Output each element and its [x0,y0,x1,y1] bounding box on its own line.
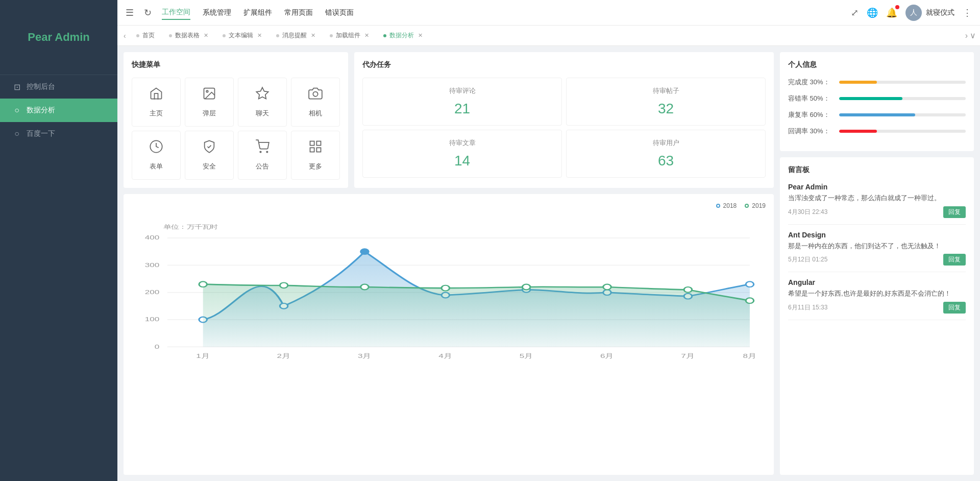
refresh-icon[interactable]: ↻ [144,7,152,18]
tab-close-icon[interactable]: ✕ [311,32,315,39]
tab-analysis[interactable]: 数据分析 ✕ [377,29,429,42]
form-icon [149,139,163,157]
quick-item-label: 公告 [256,162,269,171]
msg-footer-3: 6月11日 15:33 回复 [788,302,966,314]
security-icon [202,139,216,157]
task-pending-articles: 待审文章 14 [362,130,562,178]
quick-item-form[interactable]: 表单 [132,131,181,180]
reply-button-2[interactable]: 回复 [943,254,966,266]
message-item-1: Pear Admin 当浑浊变成了一种常态，那么清白就成了一种罪过。 4月30日… [788,183,966,225]
quick-item-home[interactable]: 主页 [132,78,181,127]
analysis-icon: ○ [12,106,21,115]
task-pending-comments: 待审评论 21 [362,78,562,126]
progress-bar-fill [839,113,915,116]
task-pending-posts: 待审帖子 32 [566,78,766,126]
tab-home[interactable]: 首页 [130,29,161,42]
tab-close-icon[interactable]: ✕ [204,32,208,39]
quick-item-chat[interactable]: 聊天 [238,78,287,127]
legend-2018: 2018 [716,202,737,209]
quick-item-security[interactable]: 安全 [185,131,234,180]
svg-text:8月: 8月 [743,352,756,359]
svg-text:2月: 2月 [277,352,291,359]
camera-icon [308,86,323,104]
user-info[interactable]: 人 就寝仪式 [905,5,954,21]
dot-2019-1 [199,281,207,287]
chart-fill-2019 [203,284,750,347]
msg-content-1: 当浑浊变成了一种常态，那么清白就成了一种罪过。 [788,193,966,203]
progress-row-recovery: 康复率 60%： [788,110,966,119]
globe-icon[interactable]: 🌐 [867,7,878,18]
sidebar-item-label: 控制后台 [27,82,55,91]
tab-dot [136,34,139,37]
bell-icon[interactable]: 🔔 [886,7,897,18]
message-board-title: 留言板 [788,165,966,175]
svg-text:100: 100 [145,316,159,323]
task-label: 待审评论 [371,86,553,95]
tab-label: 消息提醒 [282,31,307,40]
svg-point-5 [260,151,261,152]
top-nav: 工作空间 系统管理 扩展组件 常用页面 错误页面 [162,6,841,20]
more-icon[interactable]: ⋮ [963,7,972,18]
reply-button-3[interactable]: 回复 [943,302,966,314]
nav-workspace[interactable]: 工作空间 [162,6,190,20]
quick-item-more[interactable]: 更多 [291,131,340,180]
sidebar-item-control[interactable]: ⊡ 控制后台 [0,75,117,99]
tab-label: 首页 [142,31,155,40]
quick-item-modal[interactable]: 弹层 [185,78,234,127]
dot-2019-5 [522,284,530,290]
message-item-2: Ant Design 那是一种内在的东西，他们到达不了，也无法触及！ 5月12日… [788,231,966,273]
msg-author-2: Ant Design [788,231,966,239]
tasks-grid: 待审评论 21 待审帖子 32 待审文章 14 待审用户 [362,78,766,178]
tab-close-icon[interactable]: ✕ [364,32,369,39]
right-column: 个人信息 完成度 30%： 容错率 50%： 康复率 60%： [780,52,974,475]
progress-bar-fill [839,130,877,133]
username: 就寝仪式 [926,8,954,17]
task-value: 63 [575,153,757,169]
progress-bar-bg [839,97,966,100]
main-area: ☰ ↻ 工作空间 系统管理 扩展组件 常用页面 错误页面 ⤢ 🌐 🔔 人 就寝仪… [117,0,980,481]
topbar: ☰ ↻ 工作空间 系统管理 扩展组件 常用页面 错误页面 ⤢ 🌐 🔔 人 就寝仪… [117,0,980,26]
tab-label: 加载组件 [336,31,360,40]
tasks-card: 代办任务 待审评论 21 待审帖子 32 待审文章 14 [354,52,774,188]
quick-item-notice[interactable]: 公告 [238,131,287,180]
personal-info-card: 个人信息 完成度 30%： 容错率 50%： 康复率 60%： [780,52,974,151]
tab-prev-arrow[interactable]: ‹ [121,32,128,40]
nav-error[interactable]: 错误页面 [325,6,354,19]
tab-datatable[interactable]: 数据表格 ✕ [163,29,214,42]
tab-loading[interactable]: 加载组件 ✕ [324,29,375,42]
progress-bar-fill [839,97,902,100]
message-board-card: 留言板 Pear Admin 当浑浊变成了一种常态，那么清白就成了一种罪过。 4… [780,157,974,475]
tab-close-icon[interactable]: ✕ [418,32,423,39]
progress-row-recall: 回调率 30%： [788,127,966,136]
nav-system[interactable]: 系统管理 [203,6,231,19]
progress-bar-bg [839,113,966,116]
svg-point-3 [313,92,317,97]
tab-dot [169,34,172,37]
progress-label: 回调率 30%： [788,127,834,136]
tabs-expand-icon[interactable]: ∨ [970,31,976,40]
svg-text:1月: 1月 [196,352,210,359]
line-chart: 0 100 200 300 400 单位：万千瓦时 [132,213,766,377]
tabs-next-arrow[interactable]: › [965,31,968,40]
tab-notify[interactable]: 消息提醒 ✕ [270,29,322,42]
quick-item-camera[interactable]: 相机 [291,78,340,127]
tab-label: 数据表格 [175,31,200,40]
tab-texteditor[interactable]: 文本编辑 ✕ [216,29,268,42]
more-grid-icon [308,139,323,157]
sidebar-item-analysis[interactable]: ○ 数据分析 [0,99,117,122]
quick-menu-card: 快捷菜单 主页 弹层 [124,52,348,188]
task-label: 待审帖子 [575,86,757,95]
menu-icon[interactable]: ☰ [126,7,134,18]
nav-common[interactable]: 常用页面 [284,6,313,19]
fullscreen-icon[interactable]: ⤢ [851,7,859,18]
nav-extensions[interactable]: 扩展组件 [243,6,272,19]
tab-dot [223,34,226,37]
progress-bar-bg [839,81,966,84]
msg-footer-1: 4月30日 22:43 回复 [788,206,966,218]
msg-time-2: 5月12日 01:25 [788,255,827,264]
quick-item-label: 安全 [203,162,216,171]
tab-close-icon[interactable]: ✕ [257,32,262,39]
sidebar-item-baidu[interactable]: ○ 百度一下 [0,122,117,146]
dot-2018-8 [746,281,754,287]
reply-button-1[interactable]: 回复 [943,206,966,218]
